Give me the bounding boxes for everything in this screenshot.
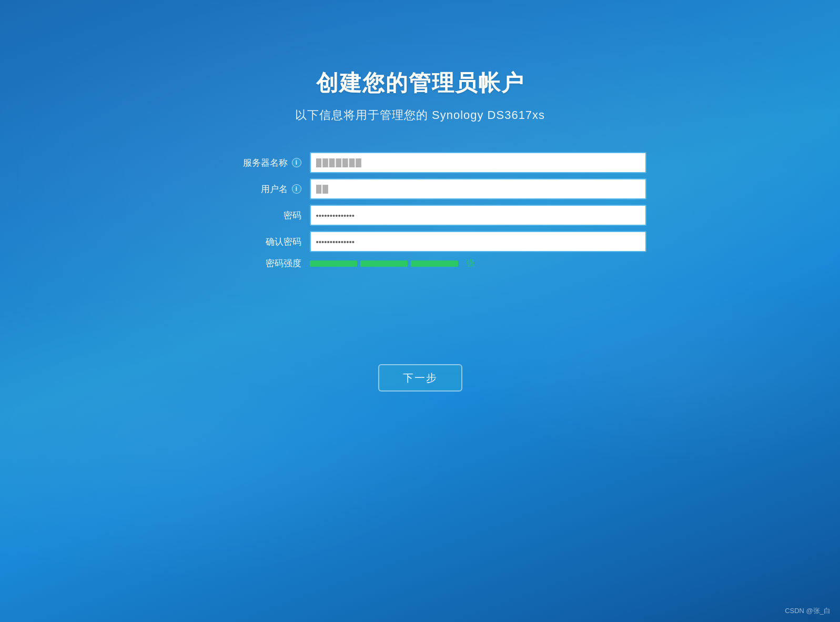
password-strength-row: 密码强度 强	[194, 257, 646, 269]
strength-bar-3	[411, 260, 458, 267]
confirm-password-row: 确认密码	[194, 231, 646, 252]
strength-bars: 强	[310, 258, 474, 268]
page-subtitle: 以下信息将用于管理您的 Synology DS3617xs	[295, 107, 545, 123]
server-name-input[interactable]	[310, 152, 646, 173]
next-button[interactable]: 下一步	[378, 364, 462, 392]
strength-text: 强	[467, 258, 474, 268]
confirm-password-label: 确认密码	[194, 236, 310, 248]
strength-bar-1	[310, 260, 357, 267]
password-label: 密码	[194, 209, 310, 222]
server-name-info-icon[interactable]: i	[292, 158, 301, 167]
username-input[interactable]	[310, 178, 646, 199]
confirm-password-input[interactable]	[310, 231, 646, 252]
form-container: 服务器名称 i 用户名 i 密码 确认密码 密码强度 强	[194, 152, 646, 275]
password-row: 密码	[194, 205, 646, 226]
server-name-row: 服务器名称 i	[194, 152, 646, 173]
strength-bar-2	[360, 260, 408, 267]
server-name-label: 服务器名称 i	[194, 157, 310, 169]
username-info-icon[interactable]: i	[292, 184, 301, 194]
username-label: 用户名 i	[194, 183, 310, 195]
username-row: 用户名 i	[194, 178, 646, 199]
password-strength-label: 密码强度	[194, 257, 310, 269]
watermark: CSDN @张_白	[785, 606, 831, 616]
password-input[interactable]	[310, 205, 646, 226]
page-title: 创建您的管理员帐户	[316, 68, 524, 98]
